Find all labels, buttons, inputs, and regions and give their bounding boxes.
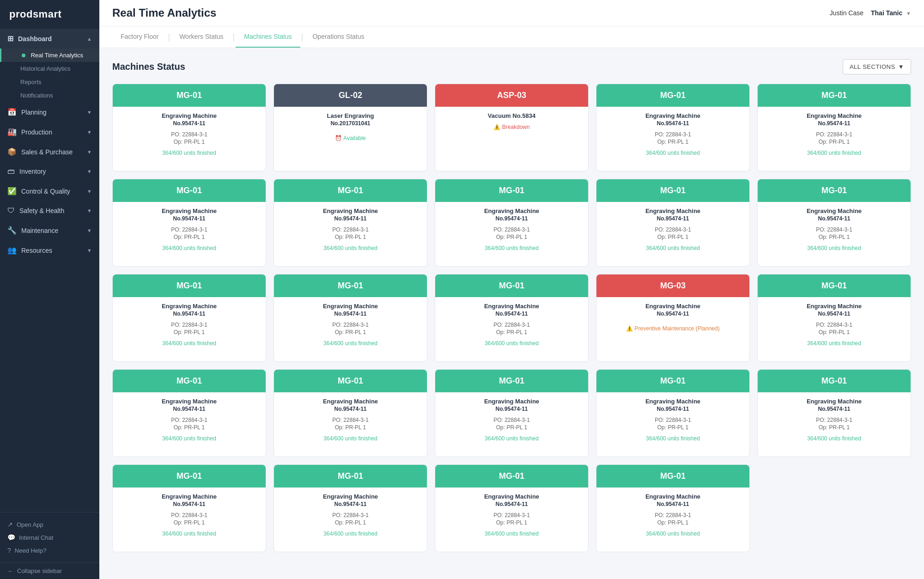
machine-name: Engraving Machine [162, 493, 217, 500]
all-sections-button[interactable]: ALL SECTIONS ▼ [843, 59, 911, 74]
machine-card-body: Vacuum No.5834⚠️ Breakdown [435, 107, 588, 171]
page-title: Real Time Analytics [112, 6, 216, 19]
machine-model: No.95474-11 [657, 406, 689, 412]
sidebar-item-real-time-analytics[interactable]: Real Time Analytics [0, 49, 99, 62]
chevron-down-icon: ▼ [87, 189, 92, 194]
machine-model: No.95474-11 [173, 215, 205, 222]
sidebar-item-reports[interactable]: Reports [0, 75, 99, 89]
machine-po: PO: 22884-3-1 [655, 226, 691, 233]
machine-name: Engraving Machine [484, 303, 539, 310]
machine-model: No.95474-11 [657, 215, 689, 222]
machine-name: Engraving Machine [645, 303, 700, 310]
sidebar-item-production[interactable]: 🏭 Production ▼ [0, 122, 99, 142]
machine-po: PO: 22884-3-1 [171, 131, 207, 138]
machine-name: Engraving Machine [645, 398, 700, 405]
machine-units: 364/600 units finished [162, 245, 216, 251]
sidebar-item-resources[interactable]: 👥 Resources ▼ [0, 240, 99, 260]
machine-card[interactable]: MG-01Engraving MachineNo.95474-11PO: 228… [435, 274, 589, 362]
tab-workers-status[interactable]: Workers Status [171, 26, 231, 48]
chevron-up-icon: ▲ [87, 36, 92, 42]
machine-card-body: Laser EngravingNo.2017031041⏰ Available [274, 107, 427, 171]
collapse-sidebar-button[interactable]: ← Collapse sidebar [0, 562, 99, 579]
machine-card[interactable]: MG-01Engraving MachineNo.95474-11PO: 228… [757, 84, 911, 171]
machine-name: Engraving Machine [807, 303, 862, 310]
machines-status-title: Machines Status [112, 61, 185, 72]
machine-card[interactable]: MG-01Engraving MachineNo.95474-11PO: 228… [596, 179, 750, 267]
machine-card-body: Engraving MachineNo.95474-11PO: 22884-3-… [758, 297, 911, 361]
machine-card[interactable]: MG-01Engraving MachineNo.95474-11PO: 228… [757, 369, 911, 457]
machine-card[interactable]: MG-03Engraving MachineNo.95474-11⚠️ Prev… [596, 274, 750, 362]
maintenance-icon: 🔧 [7, 226, 17, 235]
machine-card[interactable]: MG-01Engraving MachineNo.95474-11PO: 228… [274, 464, 427, 552]
machine-units: 364/600 units finished [485, 245, 539, 251]
machine-card-body: Engraving MachineNo.95474-11PO: 22884-3-… [435, 392, 588, 457]
machine-card[interactable]: MG-01Engraving MachineNo.95474-11PO: 228… [112, 464, 266, 552]
user1-name[interactable]: Justin Case [830, 9, 863, 17]
machine-po: PO: 22884-3-1 [171, 322, 207, 328]
machine-card[interactable]: MG-01Engraving MachineNo.95474-11PO: 228… [112, 84, 266, 171]
sidebar-item-historical-analytics[interactable]: Historical Analytics [0, 62, 99, 75]
machine-card-header: MG-01 [274, 274, 427, 297]
machine-card-body: Engraving MachineNo.95474-11PO: 22884-3-… [758, 107, 911, 171]
machine-po: PO: 22884-3-1 [493, 322, 530, 328]
sidebar-item-planning[interactable]: 📅 Planning ▼ [0, 102, 99, 122]
machine-card[interactable]: MG-01Engraving MachineNo.95474-11PO: 228… [596, 464, 750, 552]
tab-machines-status[interactable]: Machines Status [236, 26, 300, 48]
sidebar-item-label: Maintenance [21, 227, 58, 234]
machine-card[interactable]: MG-01Engraving MachineNo.95474-11PO: 228… [274, 369, 427, 457]
machine-status-text: ⚠️ Preventive Maintenance (Planned) [626, 325, 719, 332]
machine-units: 364/600 units finished [485, 530, 539, 537]
machine-name: Engraving Machine [162, 112, 217, 119]
machine-card-header: MG-01 [435, 274, 588, 297]
machine-card-header: MG-01 [113, 465, 266, 488]
machine-card[interactable]: ASP-03Vacuum No.5834⚠️ Breakdown [435, 84, 589, 171]
machine-card[interactable]: MG-01Engraving MachineNo.95474-11PO: 228… [112, 274, 266, 362]
machine-card[interactable]: MG-01Engraving MachineNo.95474-11PO: 228… [274, 274, 427, 362]
sidebar-item-label: Safety & Health [19, 207, 64, 214]
machine-model: No.95474-11 [173, 311, 205, 317]
user2-name[interactable]: Thai Tanic ▼ [871, 9, 911, 17]
sidebar-item-safety-health[interactable]: 🛡 Safety & Health ▼ [0, 201, 99, 220]
machine-op: Op: PR-PL 1 [819, 139, 850, 145]
machine-card[interactable]: MG-01Engraving MachineNo.95474-11PO: 228… [435, 369, 589, 457]
sidebar-item-label: Sales & Purchase [21, 148, 73, 156]
need-help-link[interactable]: ? Need Help? [7, 544, 92, 557]
machine-model: No.95474-11 [657, 501, 689, 507]
machine-card[interactable]: GL-02Laser EngravingNo.2017031041⏰ Avail… [274, 84, 427, 171]
tab-factory-floor[interactable]: Factory Floor [112, 26, 167, 48]
machine-card[interactable]: MG-01Engraving MachineNo.95474-11PO: 228… [435, 464, 589, 552]
sidebar-item-control-quality[interactable]: ✅ Control & Quality ▼ [0, 181, 99, 201]
production-icon: 🏭 [7, 128, 17, 136]
sidebar-item-sales-purchase[interactable]: 📦 Sales & Purchase ▼ [0, 142, 99, 162]
sidebar-item-notifications[interactable]: Notifications [0, 89, 99, 102]
open-app-link[interactable]: ↗ Open App [7, 518, 92, 531]
machine-op: Op: PR-PL 1 [174, 234, 205, 240]
sidebar-item-dashboard[interactable]: ⊞ Dashboard ▲ [0, 29, 99, 49]
sales-icon: 📦 [7, 147, 17, 156]
machine-name: Engraving Machine [645, 493, 700, 500]
machine-card[interactable]: MG-01Engraving MachineNo.95474-11PO: 228… [757, 274, 911, 362]
machine-card[interactable]: MG-01Engraving MachineNo.95474-11PO: 228… [274, 179, 427, 267]
tab-operations-status[interactable]: Operations Status [304, 26, 372, 48]
machine-card[interactable]: MG-01Engraving MachineNo.95474-11PO: 228… [757, 179, 911, 267]
machine-name: Engraving Machine [807, 112, 862, 119]
sidebar-item-label: Production [21, 128, 52, 136]
machine-card[interactable]: MG-01Engraving MachineNo.95474-11PO: 228… [435, 179, 589, 267]
machine-op: Op: PR-PL 1 [174, 329, 205, 335]
machine-card[interactable]: MG-01Engraving MachineNo.95474-11PO: 228… [112, 369, 266, 457]
machine-card-header: MG-01 [758, 84, 911, 107]
machine-card[interactable]: MG-01Engraving MachineNo.95474-11PO: 228… [112, 179, 266, 267]
machine-card[interactable]: MG-01Engraving MachineNo.95474-11PO: 228… [596, 84, 750, 171]
help-icon: ? [7, 547, 11, 554]
machine-card-body: Engraving MachineNo.95474-11PO: 22884-3-… [435, 297, 588, 361]
machine-card-body: Engraving MachineNo.95474-11PO: 22884-3-… [113, 392, 266, 457]
machine-units: 364/600 units finished [162, 530, 216, 537]
machine-name: Engraving Machine [323, 207, 378, 214]
machine-units: 364/600 units finished [646, 245, 700, 251]
machine-card[interactable]: MG-01Engraving MachineNo.95474-11PO: 228… [596, 369, 750, 457]
machine-units: 364/600 units finished [323, 435, 377, 442]
machine-op: Op: PR-PL 1 [819, 424, 850, 431]
sidebar-item-maintenance[interactable]: 🔧 Maintenance ▼ [0, 220, 99, 240]
internal-chat-link[interactable]: 💬 Internal Chat [7, 531, 92, 544]
sidebar-item-inventory[interactable]: 🗃 Inventory ▼ [0, 162, 99, 181]
